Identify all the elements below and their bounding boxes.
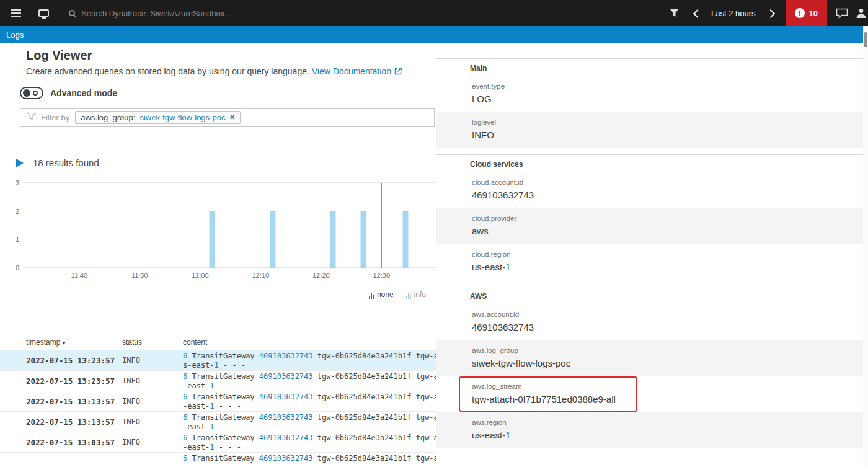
log-table-header: timestamp ▾ status content [0,334,436,350]
detail-field-label: aws.account.id [472,311,868,318]
search-icon [69,10,75,16]
chart-gridline [25,239,436,239]
advanced-mode-toggle[interactable] [20,87,43,99]
chip-value: siwek-tgw-flow-logs-poc [140,113,225,122]
log-status: INFO [122,356,140,365]
log-table-row[interactable]: 2022-07-15 13:03:57INFO6 TransitGateway … [0,432,436,453]
chart-plot [25,183,436,268]
detail-field-loglevel: loglevelINFO [436,112,868,148]
chart-bar[interactable] [210,211,215,268]
log-table-row[interactable]: 2022-07-15 13:13:57INFO6 TransitGateway … [0,391,436,412]
log-content-line: 6 TransitGateway 469103632743 tgw-0b625d… [183,352,436,361]
detail-field-value: tgw-attach-0f71b7751ed0388e9-all [472,394,868,404]
time-range-selector[interactable]: Last 2 hours [711,9,756,18]
detail-sections: Mainevent.typeLOGloglevelINFOCloud servi… [436,43,868,455]
chart-bar[interactable] [403,211,409,268]
chart-y-tick-label: 2 [16,208,19,215]
funnel-icon-glyph [670,9,679,17]
log-detail-panel: Mainevent.typeLOGloglevelINFOCloud servi… [436,43,868,467]
log-table-row[interactable]: 6 TransitGateway 469103632743 tgw-0b625d… [0,453,436,467]
filter-icon[interactable] [670,9,679,17]
detail-field-value: aws [472,226,868,236]
log-timestamp: 2022-07-15 13:03:57 [26,438,115,447]
chart-y-axis: 0123 [0,183,21,268]
detail-field-value: us-east-1 [472,430,868,440]
problem-count: 10 [809,9,818,18]
detail-field-label: aws.region [472,419,868,426]
problems-badge[interactable]: ! 10 [786,0,827,26]
chart-gridline [25,267,436,268]
scrollbar[interactable] [863,26,868,467]
user-icon[interactable] [856,7,867,19]
log-status: INFO [122,376,140,385]
detail-field-event.type: event.typeLOG [436,76,868,112]
time-back-chevron-icon[interactable] [689,0,705,26]
chat-icon[interactable] [836,8,848,19]
column-header-status: status [122,338,142,347]
log-status: INFO [122,397,140,406]
sort-desc-icon: ▾ [63,340,66,346]
log-table-row[interactable]: 2022-07-15 13:13:57INFO6 TransitGateway … [0,412,436,432]
chart-bar[interactable] [270,211,275,268]
view-documentation-link[interactable]: View Documentation [312,66,402,76]
chart-gridline [25,211,436,211]
detail-field-value: siwek-tgw-flow-logs-poc [472,358,868,368]
detail-field-value: 469103632743 [472,190,868,200]
chart-legend: noneinfo [369,290,426,299]
results-row: 18 results found [14,149,435,168]
detail-field-aws.account.id: aws.account.id469103632743 [436,305,868,340]
log-content-line: -east-1 - - - [183,443,436,452]
global-search[interactable]: Search Dynatrace: SiwekAzureSandbox... [69,9,231,18]
log-content: 6 TransitGateway 469103632743 tgw-0b625d… [183,454,436,463]
detail-section-cloud-services: Cloud servicescloud.account.id4691036327… [436,154,868,287]
run-query-button[interactable] [16,159,24,167]
detail-field-label: aws.log_group [472,347,868,354]
log-content-line: 6 TransitGateway 469103632743 tgw-0b625d… [183,393,436,402]
log-content: 6 TransitGateway 469103632743 tgw-0b625d… [183,352,436,370]
top-bar: Search Dynatrace: SiwekAzureSandbox... L… [0,0,868,26]
chart-gridline [25,182,436,183]
timestamp-header-text: timestamp [26,338,60,347]
chart-y-tick-label: 3 [16,179,19,187]
chart-x-axis: 11:4011:5012:0012:1012:2012:30 [25,270,436,280]
dashboard-icon[interactable] [38,9,49,17]
detail-field-aws.region: aws.regionus-east-1 [436,412,868,448]
scrollbar-thumb[interactable] [864,32,867,47]
detail-section-title: Main [470,64,868,73]
time-forward-chevron-icon[interactable] [762,0,778,26]
external-link-icon [394,68,402,75]
bar-chart-icon [406,293,411,299]
log-table-row[interactable]: 2022-07-15 13:23:57INFO6 TransitGateway … [0,350,436,371]
log-content-line: 6 TransitGateway 469103632743 tgw-0b625d… [183,434,436,443]
legend-item-none[interactable]: none [369,290,394,299]
breadcrumb-bar: Logs [0,26,863,43]
chip-close-icon[interactable]: × [229,113,234,122]
chart-x-tick-label: 12:30 [373,272,390,279]
log-content-line: 6 TransitGateway 469103632743 tgw-0b625d… [183,372,436,381]
detail-field-cloud.region: cloud.regionus-east-1 [436,244,868,280]
chart-y-tick-label: 1 [16,236,19,243]
legend-item-info[interactable]: info [406,290,426,299]
breadcrumb-logs[interactable]: Logs [6,30,24,40]
detail-field-aws.log_stream: aws.log_streamtgw-attach-0f71b7751ed0388… [436,376,868,412]
filter-chip[interactable]: aws.log_group: siwek-tgw-flow-logs-poc × [75,111,240,124]
chart-time-cursor [381,183,382,268]
log-timestamp: 2022-07-15 13:13:57 [26,397,115,406]
detail-field-aws.log_group: aws.log_groupsiwek-tgw-flow-logs-poc [436,340,868,376]
page-title: Log Viewer [26,48,92,63]
user-silhouette-glyph [856,7,867,19]
detail-section-title: Cloud services [470,160,868,169]
detail-field-value: 469103632743 [472,322,868,332]
detail-field-cloud.account.id: cloud.account.id469103632743 [436,172,868,208]
dynatrace-app: Search Dynatrace: SiwekAzureSandbox... L… [0,0,868,467]
log-table-row[interactable]: 2022-07-15 13:23:57INFO6 TransitGateway … [0,371,436,391]
log-status: INFO [122,438,140,447]
log-content: 6 TransitGateway 469103632743 tgw-0b625d… [183,393,436,411]
filter-bar[interactable]: Filter by aws.log_group: siwek-tgw-flow-… [20,108,435,127]
chart-bar[interactable] [330,211,336,268]
chart-bar[interactable] [361,211,366,268]
menu-icon[interactable] [10,9,22,17]
column-header-timestamp[interactable]: timestamp ▾ [26,338,65,347]
bar-chart-icon [369,293,374,299]
log-table-body: 2022-07-15 13:23:57INFO6 TransitGateway … [0,350,436,467]
